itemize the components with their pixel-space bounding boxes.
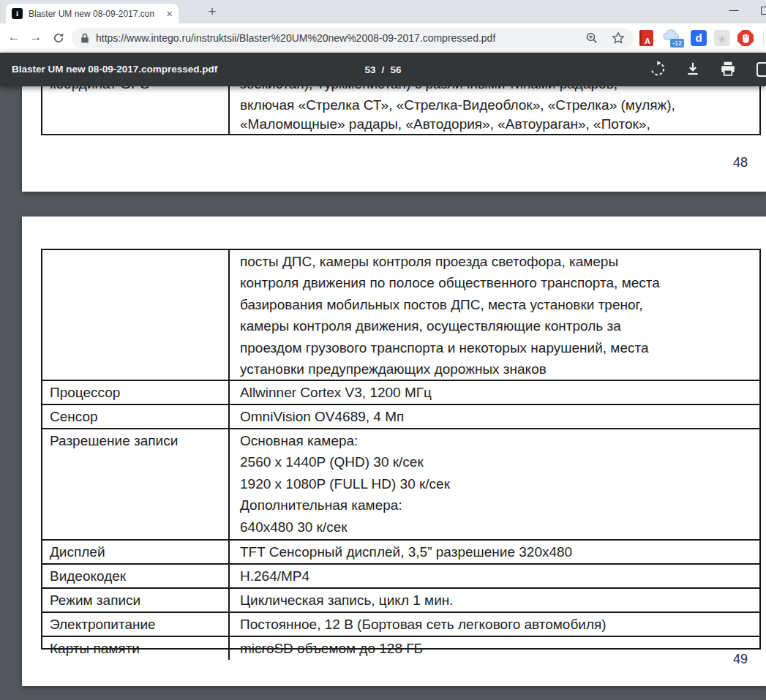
row-value: Allwinner Cortex V3, 1200 МГц [230,381,759,404]
new-tab-button[interactable]: + [203,3,221,20]
browser-window: i Blaster UM new 08-09-2017.comp × + — ←… [0,0,766,700]
extension-dictionary-icon[interactable]: A [639,30,653,46]
table-row: Видеокодек H.264/MP4 [42,565,759,589]
page-footer-number: 48 [733,155,748,170]
clipped-row: координат GPS [50,86,228,93]
value-line: установки предупреждающих дорожных знако… [240,358,759,380]
row-label [42,250,230,380]
extensions-separator [763,31,764,45]
table-row: Карты памяти microSD объемом до 128 ГБ [42,637,759,660]
pdf-filename: Blaster UM new 08-09-2017.compressed.pdf [12,53,217,86]
row-label: Режим записи [42,589,230,611]
weather-badge: -12 [670,39,684,48]
clipped-row: збекистан), Туркменистан) с различными т… [240,86,759,93]
row-label: Электропитание [42,613,230,636]
row-label: Сенсор [42,405,230,428]
pdf-page-main: посты ДПС, камеры контроля проезда свето… [22,217,766,686]
url-text[interactable]: https://www.intego.ru/instruktsii/Blaste… [96,32,585,44]
pdf-favicon-info-icon: i [12,8,23,19]
download-button[interactable] [685,61,702,78]
spec-table: посты ДПС, камеры контроля проезда свето… [41,249,761,650]
row-label: Процессор [42,381,230,404]
table-row: Разрешение записи Основная камера: 2560 … [42,429,759,541]
row-label: Дисплей [42,541,230,563]
clipped-label-text: координат GPS [50,86,228,93]
table-row: посты ДПС, камеры контроля проезда свето… [42,250,759,381]
back-button[interactable]: ← [6,30,22,45]
table-row: Дисплей TFT Сенсорный дисплей, 3,5” разр… [42,541,759,565]
row-value: OmniVision OV4689, 4 Мп [230,405,759,428]
reload-button[interactable] [53,32,64,47]
extension-adblock-icon[interactable] [737,30,754,46]
value-line: Циклическая запись, цикл 1 мин. [240,590,759,611]
bookmark-star-icon[interactable] [612,31,625,45]
extension-disabled-icon[interactable]: * [714,30,730,46]
row-label: Разрешение записи [42,429,230,539]
extension-weather-icon[interactable]: -12 [661,29,683,45]
row-label: Карты памяти [42,637,230,660]
clipped-value-text: збекистан), Туркменистан) с различными т… [240,86,759,93]
rotate-button[interactable] [650,61,667,78]
value-line: H.264/MP4 [240,565,759,587]
value-line: 1920 x 1080P (FULL HD) 30 к/сек [240,473,759,494]
print-button[interactable] [720,61,737,78]
table-row: Электропитание Постоянное, 12 В (Бортова… [42,613,759,637]
minimize-button[interactable]: — [726,1,741,19]
tab-blaster-pdf[interactable]: i Blaster UM new 08-09-2017.comp × [6,4,179,23]
reload-icon [53,32,64,44]
row-value: microSD объемом до 128 ГБ [230,637,759,660]
value-line: камеры контроля движения, осуществляющие… [240,315,759,336]
address-bar: ← → https://www.intego.ru/instruktsii/Bl… [0,23,766,53]
page-indicator: 53 / 56 [365,53,402,86]
value-line: Дополнительная камера: [240,494,759,516]
value-line: контроля движения по полосе общественног… [240,272,759,293]
row-value: Основная камера: 2560 x 1440P (QHD) 30 к… [230,429,759,539]
value-line: Постоянное, 12 В (Бортовая сеть легковог… [240,614,759,635]
table-text-line: «Маломощные» радары, «Автодория», «Автоу… [240,115,759,134]
rotate-icon [650,61,666,77]
row-label: Видеокодек [42,565,230,587]
tab-close-icon[interactable]: × [166,8,173,19]
row-value: посты ДПС, камеры контроля проезда свето… [230,250,759,380]
pdf-page-top: координат GPS збекистан), Туркменистан) … [22,86,766,192]
value-line: microSD объемом до 128 ГБ [240,638,759,659]
value-line: OmniVision OV4689, 4 Мп [240,406,759,427]
value-line: Allwinner Cortex V3, 1200 МГц [240,382,759,403]
forward-button[interactable]: → [28,30,44,45]
table-row: Сенсор OmniVision OV4689, 4 Мп [42,405,759,429]
hand-icon [740,33,751,43]
tab-title: Blaster UM new 08-09-2017.comp [29,9,154,19]
row-value: Постоянное, 12 В (Бортовая сеть легковог… [230,613,759,636]
extension-d-icon[interactable]: d [691,30,707,46]
page-count: 56 [390,64,401,75]
tab-strip: i Blaster UM new 08-09-2017.comp × + — [0,0,766,23]
value-line: посты ДПС, камеры контроля проезда свето… [240,251,759,272]
download-icon [685,61,701,77]
omnibox[interactable]: https://www.intego.ru/instruktsii/Blaste… [72,28,634,48]
value-line: 640x480 30 к/сек [240,516,759,538]
print-icon [720,61,736,77]
page-footer-number: 49 [733,652,748,667]
table-row: Процессор Allwinner Cortex V3, 1200 МГц [42,381,759,405]
page-number-input[interactable]: 53 [365,64,376,75]
page-separator: / [382,64,385,75]
table-text-line: включая «Стрелка СТ», «Стрелка-Видеоблок… [240,96,759,115]
table-label-cell: координат GPS [42,86,230,134]
pdf-viewer[interactable]: координат GPS збекистан), Туркменистан) … [0,86,766,700]
value-line: 2560 x 1440P (QHD) 30 к/сек [240,451,759,473]
table-value-cell: збекистан), Туркменистан) с различными т… [230,86,759,134]
row-value: Циклическая запись, цикл 1 мин. [230,589,759,611]
table-row: Режим записи Циклическая запись, цикл 1 … [42,589,759,613]
value-line: TFT Сенсорный дисплей, 3,5” разрешение 3… [240,541,759,562]
pdf-toolbar: Blaster UM new 08-09-2017.compressed.pdf… [0,53,766,86]
value-line: Основная камера: [240,430,759,451]
fit-page-icon[interactable] [756,62,766,77]
maximize-button[interactable] [761,7,766,15]
value-line: проездом грузового транспорта и некоторы… [240,337,759,358]
zoom-in-icon[interactable] [585,31,598,45]
lock-icon [80,32,89,44]
value-line: базирования мобильных постов ДПС, места … [240,294,759,315]
row-value: TFT Сенсорный дисплей, 3,5” разрешение 3… [230,541,759,563]
spec-table-fragment: координат GPS збекистан), Туркменистан) … [41,86,761,135]
row-value: H.264/MP4 [230,565,759,587]
